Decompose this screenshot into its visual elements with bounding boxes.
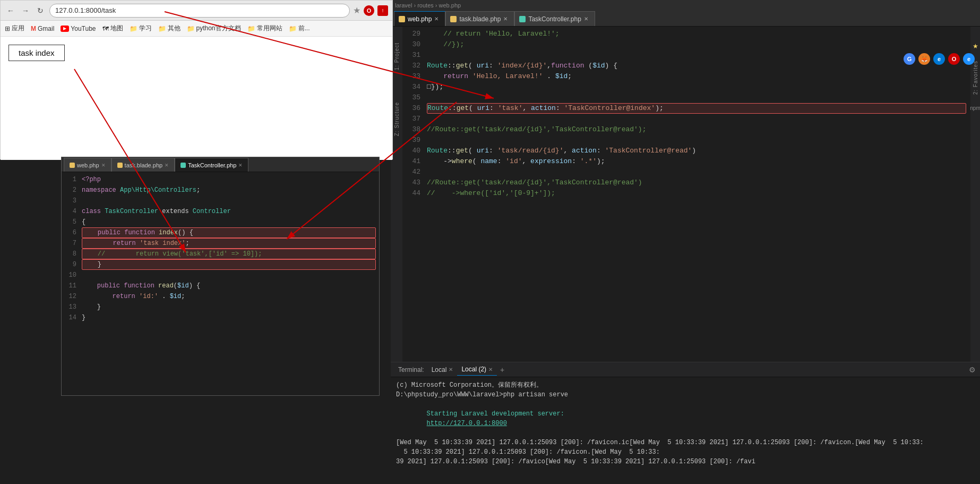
bookmarks-bar: ⊞ 应用 M Gmail ▶ YouTube 🗺 地图 📁 学习 📁 其他 📁 … <box>1 21 392 37</box>
terminal: Terminal: Local ✕ Local (2) ✕ + ⚙ (c) Mi… <box>391 362 980 484</box>
terminal-label: Terminal: <box>395 366 427 373</box>
panel-tab-web-php[interactable]: web.php ✕ <box>64 158 111 172</box>
tab-task-controller[interactable]: TaskController.php ✕ <box>514 11 595 26</box>
folder-icon-3: 📁 <box>187 25 195 32</box>
project-panel-label: 1: Project <box>394 43 400 70</box>
tab-web-php[interactable]: web.php ✕ <box>394 11 445 26</box>
bookmark-label: 前... <box>298 24 310 33</box>
bookmark-python[interactable]: 📁 python官方文档 <box>187 24 241 33</box>
panel-tab-icon-3 <box>180 163 186 168</box>
bookmark-label: Gmail <box>38 25 54 32</box>
browser-window: ← → ↻ 127.0.0.1:8000/task ★ O ! ⊞ 应用 M G… <box>0 0 393 159</box>
code-line-31 <box>427 50 966 61</box>
ide-breadcrumb: laravel › routes › web.php <box>391 0 980 11</box>
panel-tab-close-3[interactable]: ✕ <box>238 163 243 168</box>
terminal-green-text: Starting Laravel development server: <box>427 410 568 418</box>
firefox-icon[interactable]: 🦊 <box>918 53 930 65</box>
bookmark-label: 应用 <box>12 24 24 33</box>
terminal-tab-local[interactable]: Local ✕ <box>427 364 458 376</box>
panel-line-12: return 'id:' . $id; <box>82 291 376 302</box>
terminal-line-5: 5 10:33:39 2021] 127.0.0.1:25093 [200]: … <box>396 447 975 457</box>
code-line-39 <box>427 135 966 146</box>
folder-icon-2: 📁 <box>158 25 166 32</box>
bookmark-common-sites[interactable]: 📁 常用网站 <box>247 24 282 33</box>
bookmark-map[interactable]: 🗺 地图 <box>102 24 123 33</box>
code-line-44: // ->where(['id','[0-9]+']); <box>427 188 966 199</box>
controller-editor-panel: web.php ✕ task.blade.php ✕ TaskControlle… <box>61 157 380 396</box>
panel-tab-close-2[interactable]: ✕ <box>165 163 169 168</box>
terminal-tab-local2[interactable]: Local (2) ✕ <box>457 363 497 376</box>
url-text: 127.0.0.1:8000/task <box>55 6 116 14</box>
panel-tab-label-2: task.blade.php <box>125 162 163 168</box>
bookmark-label: 地图 <box>110 24 123 33</box>
terminal-line-2: D:\phpstudy_pro\WWW\laravel>php artisan … <box>396 390 975 400</box>
panel-line-5: { <box>82 217 376 227</box>
terminal-line-6: 39 2021] 127.0.0.1:25093 [200]: /favico[… <box>396 457 975 466</box>
npm-label: npm <box>970 105 980 111</box>
panel-tab-blade[interactable]: task.blade.php ✕ <box>111 158 175 172</box>
opera-icon-btn[interactable]: O <box>948 53 960 65</box>
task-index-output: task index <box>8 45 65 61</box>
panel-line-1: <?php <box>82 174 376 185</box>
panel-code-area: 12345 678910 11121314 <?php namespace Ap… <box>62 172 379 395</box>
youtube-icon: ▶ <box>61 26 69 32</box>
panel-line-9: } <box>82 259 376 270</box>
gmail-icon: M <box>31 25 36 32</box>
code-line-34: □}); <box>427 82 966 92</box>
folder-icon-4: 📁 <box>247 25 255 32</box>
tab-task-blade[interactable]: task.blade.php ✕ <box>445 11 514 26</box>
bookmark-label: python官方文档 <box>196 24 241 33</box>
bookmark-youtube[interactable]: ▶ YouTube <box>61 25 96 32</box>
code-line-42 <box>427 167 966 177</box>
terminal-close-1[interactable]: ✕ <box>449 367 453 372</box>
bookmark-other[interactable]: 📁 其他 <box>158 24 180 33</box>
panel-tab-icon-2 <box>117 163 123 168</box>
panel-line-14: } <box>82 312 376 323</box>
tab-label: TaskController.php <box>528 15 581 23</box>
panel-tab-label-1: web.php <box>77 162 99 168</box>
bookmark-study[interactable]: 📁 学习 <box>130 24 152 33</box>
code-line-30: //}); <box>427 39 966 50</box>
bookmark-gmail[interactable]: M Gmail <box>31 25 54 32</box>
ie-icon-btn[interactable]: e <box>963 53 975 65</box>
add-terminal-button[interactable]: + <box>497 366 508 374</box>
tab-close-icon-3[interactable]: ✕ <box>584 16 588 22</box>
browser-content: task index <box>1 37 392 160</box>
back-button[interactable]: ← <box>5 5 16 16</box>
bookmark-star-icon[interactable]: ★ <box>353 5 360 15</box>
tab-close-icon-2[interactable]: ✕ <box>503 16 508 22</box>
terminal-settings-icon[interactable]: ⚙ <box>969 366 976 374</box>
bookmark-label: 学习 <box>139 24 152 33</box>
terminal-line-1: (c) Microsoft Corporation。保留所有权利。 <box>396 380 975 390</box>
panel-line-8: // return view('task',['id' => 10]); <box>82 249 376 259</box>
bookmark-more[interactable]: 📁 前... <box>289 24 310 33</box>
address-bar[interactable]: 127.0.0.1:8000/task <box>49 4 350 18</box>
edge-icon-btn[interactable]: e <box>933 53 945 65</box>
code-line-29: // return 'Hello, Laravel!'; <box>427 29 966 39</box>
editor-panel-tabs: web.php ✕ task.blade.php ✕ TaskControlle… <box>62 157 379 172</box>
code-line-37 <box>427 114 966 124</box>
apps-icon: ⊞ <box>5 25 10 32</box>
panel-line-numbers: 12345 678910 11121314 <box>62 172 79 395</box>
favorites-star[interactable]: ★ <box>973 43 978 50</box>
task-index-text: task index <box>19 48 55 57</box>
panel-tab-close-1[interactable]: ✕ <box>101 163 106 168</box>
code-line-32: Route::get( uri: 'index/{id}',function (… <box>427 61 966 71</box>
panel-tab-controller[interactable]: TaskController.php ✕ <box>175 158 248 172</box>
terminal-close-2[interactable]: ✕ <box>488 367 493 372</box>
chrome-icon[interactable]: G <box>904 53 915 65</box>
browser-icons-panel: G 🦊 e O e <box>904 53 975 65</box>
structure-panel-label: Z: Structure <box>394 102 400 136</box>
line-numbers: 2930313233 3435363738 3940414243 44 <box>402 27 423 362</box>
extension-icon: ! <box>377 5 388 16</box>
terminal-server-link[interactable]: http://127.0.0.1:8000 <box>427 420 507 427</box>
bookmark-label: 其他 <box>168 24 180 33</box>
tab-close-icon[interactable]: ✕ <box>434 16 439 22</box>
panel-code-content: <?php namespace App\Http\Controllers; cl… <box>79 172 379 395</box>
favorites-label: 2: Favorites <box>973 61 978 95</box>
ide-tabs: web.php ✕ task.blade.php ✕ TaskControlle… <box>391 11 980 27</box>
bookmark-apps[interactable]: ⊞ 应用 <box>5 24 24 33</box>
forward-button[interactable]: → <box>20 5 31 16</box>
reload-button[interactable]: ↻ <box>35 5 46 16</box>
code-line-40: Route::get( uri: 'task/read/{id}', actio… <box>427 146 966 156</box>
